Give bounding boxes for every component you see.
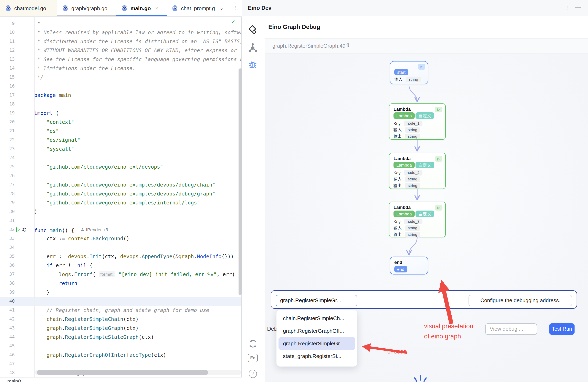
chevron-down-icon[interactable]: ⌄ [219,5,224,11]
run-main-icon[interactable] [16,227,20,232]
ide-window: chatmodel.gograph/graph.gomain.go×chat_p… [0,0,588,382]
play-icon[interactable]: ▷ [435,107,442,112]
code-line-32[interactable]: 32func main() {IPender +3 [0,225,242,234]
line-number: 29 [0,198,15,207]
code-text: "context" [34,118,242,127]
debug-icon[interactable] [247,59,258,70]
code-line-15[interactable]: 15 */ [0,73,242,82]
tab-graph-graph-go[interactable]: graph/graph.go [57,0,116,16]
code-line-35[interactable]: 35 err := devops.Init(ctx, devops.Append… [0,252,242,261]
code-line-44[interactable]: 44 graph.RegisterSimpleStateGraph(ctx) [0,333,242,342]
code-line-23[interactable]: 23 "syscall" [0,145,242,153]
line-number: 31 [0,216,15,225]
breadcrumb[interactable]: main() [7,378,21,382]
dropdown-option-2[interactable]: graph.RegisterSimpleGr... [278,337,355,350]
code-line-30[interactable]: 30) [0,207,242,216]
line-number: 37 [0,270,15,279]
code-line-16[interactable]: 16 [0,82,242,91]
code-line-26[interactable]: 26 [0,172,242,180]
graph-node-node_1[interactable]: Lambda▷Lambda自定义Keynode_1输入string输出strin… [389,103,446,140]
code-line-9[interactable]: 9 * [0,19,242,28]
code-line-18[interactable]: 18 [0,100,242,109]
tab-main-go[interactable]: main.go× [116,0,167,16]
eino-logo-icon[interactable] [247,24,258,36]
code-vision-authors[interactable]: IPender +3 [81,225,108,234]
dropdown-option-3[interactable]: state_graph.RegisterSi... [278,350,355,363]
code-line-20[interactable]: 20 "context" [0,118,242,127]
code-line-31[interactable]: 31 [0,216,242,225]
graph-node-node_3[interactable]: Lambda▷Lambda自定义Keynode_3输入string输出strin… [389,202,446,237]
sort-icon[interactable]: ⇅ [346,42,350,48]
gutter-icons [15,207,34,216]
code-line-41[interactable]: 41 // Register chain, graph and state_gr… [0,306,242,315]
gutter-icons [15,252,34,261]
panel-kebab-menu-icon[interactable]: ⋮ [564,4,570,11]
code-editor[interactable]: 9 *10 * Unless required by applicable la… [0,16,242,377]
play-icon[interactable]: ▷ [435,156,442,162]
code-line-45[interactable]: 45 [0,342,242,351]
code-line-33[interactable]: 33 ctx := context.Background() [0,234,242,243]
view-debug-select[interactable]: View debug ... [485,323,537,335]
code-line-43[interactable]: 43 graph.RegisterSimpleGraph(ctx) [0,324,242,333]
tab-chatmodel-go[interactable]: chatmodel.go [0,0,57,16]
code-line-25[interactable]: 25 "github.com/cloudwego/eino-ext/devops… [0,162,242,172]
code-line-34[interactable]: 34 [0,243,242,252]
code-line-27[interactable]: 27 "github.com/cloudwego/eino-examples/d… [0,180,242,189]
play-icon[interactable]: ▷ [435,205,442,210]
code-line-17[interactable]: 17package main [0,91,242,100]
gutter-icons [15,19,34,28]
code-line-46[interactable]: 46 graph.RegisterGraphOfInterfaceType(ct… [0,351,242,360]
line-number: 47 [0,360,15,369]
line-number: 23 [0,145,15,153]
code-line-47[interactable]: 47 [0,360,242,369]
code-line-10[interactable]: 10 * Unless required by applicable law o… [0,28,242,37]
close-icon[interactable]: × [155,5,158,11]
tab-chat-prompt-g[interactable]: chat_prompt.g [167,0,219,16]
configure-debug-address-button[interactable]: Configure the debugging address. [468,295,572,306]
language-en-icon[interactable]: En [248,354,258,362]
graph-target-location[interactable]: graph.RegisterSimpleGraph:49 [273,43,345,49]
panel-minimize-icon[interactable]: — [575,4,581,11]
code-text: * WITHOUT WARRANTIES OR CONDITIONS OF AN… [34,46,242,55]
code-line-42[interactable]: 42 chain.RegisterSimpleChain(ctx) [0,315,242,324]
code-line-12[interactable]: 12 * WITHOUT WARRANTIES OR CONDITIONS OF… [0,46,242,55]
code-line-24[interactable]: 24 [0,153,242,162]
line-number: 34 [0,243,15,252]
play-icon[interactable]: ▷ [418,64,425,70]
gutter-icons [15,64,34,73]
gutter-icons [15,288,34,297]
help-icon[interactable]: ? [249,370,257,378]
code-text: * limitations under the License. [34,64,242,73]
graph-select[interactable]: graph.RegisterSimpleGr... [276,295,357,306]
test-run-button[interactable]: Test Run [549,323,575,335]
code-line-37[interactable]: 37 logs.Errorf( format: "[eino dev] init… [0,270,242,279]
code-line-13[interactable]: 13 * See the License for the specific la… [0,55,242,64]
graph-node-start[interactable]: ▷start输入string [390,61,428,84]
code-line-21[interactable]: 21 "os" [0,127,242,136]
editor-vertical-scrollbar[interactable] [239,68,242,295]
kebab-menu-icon[interactable]: ⋮ [233,4,239,11]
code-line-28[interactable]: 28 "github.com/cloudwego/eino-examples/d… [0,189,242,198]
code-line-39[interactable]: 39 } [0,288,242,297]
code-text: graph.RegisterGraphOfInterfaceType(ctx) [34,351,242,360]
graph-node-node_2[interactable]: Lambda▷Lambda自定义Keynode_2输入string输出strin… [389,153,446,189]
refresh-icon[interactable] [247,338,258,349]
annotation-note-line2: of eino graph [424,333,461,340]
code-line-29[interactable]: 29 "github.com/cloudwego/eino-examples/i… [0,198,242,207]
code-line-19[interactable]: 19import ( [0,109,242,118]
code-line-14[interactable]: 14 * limitations under the License. [0,64,242,73]
graph-node-end[interactable]: endend [390,257,428,274]
orchestration-icon[interactable] [247,42,258,54]
code-line-11[interactable]: 11 * distributed under the License is di… [0,37,242,46]
code-line-40[interactable]: 40 [0,297,242,306]
dropdown-option-0[interactable]: chain.RegisterSimpleCh... [278,312,355,325]
node-row: 输入string [394,76,421,82]
inspections-ok-icon[interactable]: ✓ [231,18,236,25]
code-line-36[interactable]: 36 if err != nil { [0,261,242,270]
gutter-icons [15,279,34,288]
gutter-icons [15,297,34,306]
code-line-38[interactable]: 38 return [0,279,242,288]
code-line-22[interactable]: 22 "os/signal" [0,136,242,145]
dropdown-option-1[interactable]: graph.RegisterGraphOfI... [278,325,355,337]
editor-horizontal-scrollbar[interactable] [37,370,208,375]
